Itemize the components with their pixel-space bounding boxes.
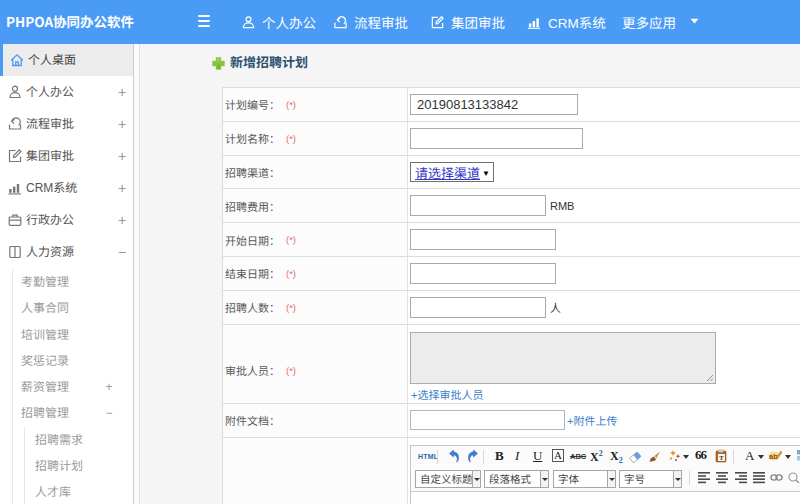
svg-text:T: T <box>719 454 724 461</box>
